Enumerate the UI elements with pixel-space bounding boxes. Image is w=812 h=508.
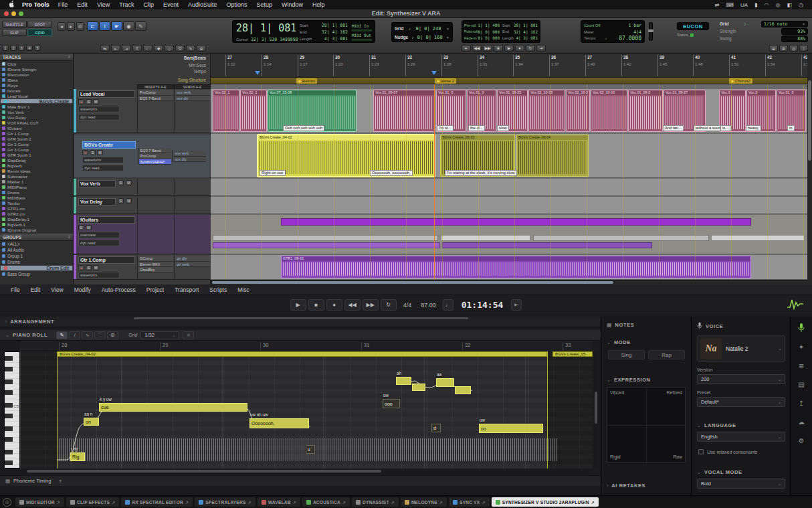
- piano-keyboard[interactable]: C5: [4, 351, 20, 469]
- edit-mode-button[interactable]: SLIP: [2, 29, 27, 36]
- battery-icon[interactable]: ▮: [751, 2, 760, 8]
- menu-item[interactable]: Scripts: [204, 286, 232, 293]
- settings-button[interactable]: ⚙: [779, 45, 788, 52]
- note-lyric[interactable]: Oooooooh,: [251, 421, 275, 426]
- mode-section-header[interactable]: MODE: [614, 339, 631, 345]
- chevron-down-icon[interactable]: ⌄: [5, 333, 9, 338]
- record-enable-button[interactable]: ●: [78, 265, 84, 270]
- track-view-selector[interactable]: waveform: [82, 157, 124, 163]
- piano-roll-note[interactable]: uw ah uw Oooooooh,: [249, 418, 309, 428]
- scrubber-tool[interactable]: ◉: [123, 21, 134, 31]
- track-name[interactable]: BGVs Create: [82, 141, 136, 149]
- menu-item[interactable]: Setup: [252, 1, 278, 8]
- track-list-item[interactable]: Gtr 3.Comp: [0, 147, 73, 152]
- piano-roll-ruler[interactable]: 282930313233: [20, 341, 593, 351]
- phoneme-label[interactable]: uw ah uw: [250, 413, 268, 417]
- plugin-tab[interactable]: ACOUSTICA ↗: [302, 497, 350, 507]
- track-header-gtr1-comp[interactable]: Gtr 1.Comp ●SM waveform GCompEleven MKII…: [74, 255, 211, 280]
- target-button[interactable]: ◎: [789, 45, 798, 52]
- arrangement-panel-header[interactable]: › ARRANGEMENT: [0, 317, 601, 327]
- vocal-mode-select[interactable]: Bold⌄: [697, 479, 785, 489]
- menu-item[interactable]: Track: [114, 1, 138, 8]
- solo-button[interactable]: S: [90, 150, 96, 155]
- menu-item[interactable]: Options: [221, 1, 251, 8]
- zoom-out-button[interactable]: ◂: [58, 22, 66, 31]
- tempo-fader-thumb[interactable]: [648, 29, 653, 32]
- piano-roll-note[interactable]: d: [431, 424, 441, 432]
- nudge-value[interactable]: 0| 0| 160: [417, 35, 443, 40]
- note-icon[interactable]: ♪: [744, 22, 746, 26]
- menu-item[interactable]: Modify: [69, 286, 96, 293]
- insert-slot[interactable]: ProComp: [138, 90, 173, 96]
- track-list-item[interactable]: SlapDelay.1: [0, 216, 73, 222]
- lane-vox-delay[interactable]: [211, 197, 807, 214]
- export-icon[interactable]: ↥: [796, 398, 807, 408]
- chevron-down-icon[interactable]: ▼: [446, 27, 449, 31]
- track-list-item[interactable]: Vox Verb: [0, 109, 73, 114]
- automation-mode-selector[interactable]: dyn read: [78, 114, 120, 120]
- solo-button[interactable]: S: [78, 225, 84, 230]
- insert-slot[interactable]: EQ3 7-Band: [138, 96, 173, 102]
- track-list-item[interactable]: MIDIBass: [0, 195, 73, 200]
- vibrato-tool[interactable]: ⌒: [94, 331, 106, 339]
- plugin-tab[interactable]: SYNTHESIZER V STUDIO 2ARAPLUGIN ↗: [492, 497, 599, 507]
- draw-tool[interactable]: ✎: [56, 331, 68, 339]
- track-list-item[interactable]: Tambo: [0, 200, 73, 205]
- transport-field-label[interactable]: Post-roll: [464, 29, 478, 33]
- track-list-item[interactable]: fDrums Swingin: [0, 66, 73, 72]
- clip-block[interactable]: [441, 235, 530, 241]
- scrollbar-thumb[interactable]: [27, 470, 381, 473]
- solo-button[interactable]: S: [118, 198, 124, 203]
- send-slot[interactable]: vox verb: [173, 151, 206, 157]
- track-list-item[interactable]: fGuitars: [0, 125, 73, 131]
- track-list-item[interactable]: fBass: [0, 77, 73, 82]
- close-window-button[interactable]: [4, 11, 9, 16]
- transport-field-value[interactable]: 1| 1| 480: [478, 23, 500, 27]
- record-enable-button[interactable]: ●: [82, 150, 88, 155]
- window-preset-button[interactable]: 3: [18, 45, 25, 51]
- track-header-fguitars[interactable]: fGuitars SM overview dyn read: [74, 215, 211, 254]
- group-list-item[interactable]: Group 1: [0, 253, 73, 259]
- play-button[interactable]: ▶: [504, 45, 514, 52]
- vocal-mode-section-header[interactable]: VOCAL MODE: [704, 469, 742, 475]
- track-list-item[interactable]: GTR1.cm: [0, 205, 73, 211]
- ruler-label-minsec[interactable]: Min:Secs: [189, 63, 206, 68]
- send-slot[interactable]: vox dly: [175, 96, 210, 102]
- automation-mode-selector[interactable]: dyn read: [82, 165, 124, 171]
- ruler-label-song-structure[interactable]: Song Structure: [178, 78, 206, 82]
- track-list-item[interactable]: fDrums Original: [0, 227, 73, 232]
- chevron-down-icon[interactable]: ▼: [285, 26, 288, 30]
- lane-gtr1-comp[interactable]: GTR1_08-01: [211, 255, 807, 280]
- groups-panel-header[interactable]: GROUPS: [3, 235, 21, 240]
- track-list-item[interactable]: GTR2.cm: [0, 211, 73, 216]
- voice-selector[interactable]: Na Natalie 2 ⌄: [697, 335, 785, 362]
- phoneme-label[interactable]: k y uw: [100, 398, 112, 402]
- note-lyric[interactable]: on: [86, 420, 91, 424]
- grid-display-button[interactable]: ⊞: [769, 45, 778, 52]
- target-icon[interactable]: ◎: [3, 498, 11, 507]
- group-list-item[interactable]: Drum Edit: [0, 265, 73, 271]
- menu-item[interactable]: File: [5, 286, 25, 293]
- edit-mode-button[interactable]: SPOT: [27, 21, 52, 28]
- mixer-icon[interactable]: ≣: [796, 361, 807, 370]
- settings-icon[interactable]: ⚙: [796, 436, 807, 445]
- transport-field-value[interactable]: 0| 0| 000: [478, 29, 500, 34]
- ruler-label-bars[interactable]: Bars|Beats: [184, 56, 206, 60]
- lane-lead-vocal[interactable]: Vox.02_1 Vox.02_1 Vox.07_15-08 Vox.01_09…: [211, 89, 807, 133]
- window-preset-button[interactable]: 4: [26, 45, 33, 51]
- online-button[interactable]: ⇥: [536, 45, 546, 52]
- track-name[interactable]: Gtr 1.Comp: [78, 256, 135, 264]
- menu-item[interactable]: Misc: [232, 286, 254, 293]
- audio-clip[interactable]: GTR1_08-01: [281, 256, 751, 278]
- clip-block[interactable]: [281, 218, 751, 226]
- group-list-item[interactable]: Drums: [0, 259, 73, 265]
- track-list-item[interactable]: Submaster: [0, 173, 73, 179]
- piano-roll-note[interactable]: ah: [396, 377, 411, 385]
- insert-slot[interactable]: ChedBrp: [138, 267, 173, 273]
- sel-end-value[interactable]: 32| 4| 162: [322, 29, 348, 35]
- tab-to-transient-left-button[interactable]: ⇤: [111, 45, 120, 52]
- zoom-in-button[interactable]: ▸: [67, 22, 75, 31]
- menu-item[interactable]: Help: [308, 1, 330, 8]
- menu-item[interactable]: Edit: [72, 1, 92, 8]
- piano-roll-note[interactable]: aa: [436, 378, 454, 387]
